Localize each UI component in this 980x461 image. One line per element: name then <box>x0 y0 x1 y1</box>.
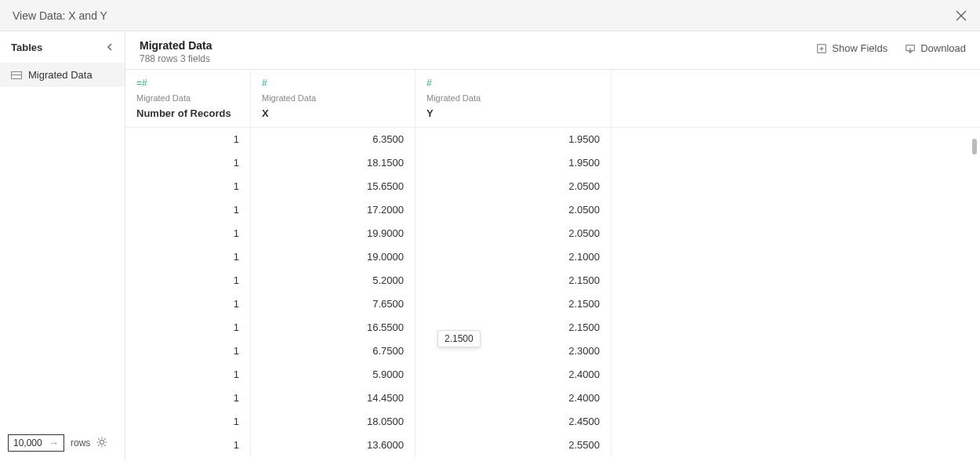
main-panel: Migrated Data 788 rows 3 fields Show Fie… <box>125 31 980 461</box>
table-cell[interactable]: 15.6500 <box>251 175 416 198</box>
table-cell-blank <box>612 339 980 363</box>
table-cell[interactable]: 2.1000 <box>416 245 612 269</box>
table-cell[interactable]: 2.0500 <box>416 222 612 245</box>
titlebar: View Data: X and Y <box>0 0 980 31</box>
table-cell[interactable]: 19.9000 <box>251 222 416 245</box>
table-cell[interactable]: 1 <box>125 434 251 457</box>
table-cell[interactable]: 16.5500 <box>251 316 416 339</box>
table-cell[interactable]: 14.4500 <box>251 387 416 410</box>
download-button[interactable]: Download <box>905 42 966 54</box>
table-cell-blank <box>612 316 980 339</box>
table-cell[interactable]: 1 <box>125 410 251 434</box>
table-icon <box>11 71 22 79</box>
close-icon <box>955 9 967 22</box>
number-type-icon: # <box>262 78 404 89</box>
sidebar-item-label: Migrated Data <box>28 69 93 81</box>
rows-value: 10,000 <box>13 437 42 448</box>
svg-line-10 <box>99 445 100 446</box>
show-fields-button[interactable]: Show Fields <box>816 42 887 54</box>
column-header[interactable]: #Migrated DataX <box>251 70 416 128</box>
data-source-title: Migrated Data <box>140 39 212 52</box>
table-cell-blank <box>612 269 980 292</box>
table-cell-blank <box>612 222 980 245</box>
table-cell[interactable]: 1 <box>125 245 251 269</box>
table-cell[interactable]: 1 <box>125 151 251 175</box>
rows-footer: 10,000 → rows <box>8 434 107 452</box>
table-cell[interactable]: 1 <box>125 175 251 198</box>
number-type-icon: # <box>426 78 600 89</box>
table-cell[interactable]: 7.6500 <box>251 292 416 316</box>
show-fields-icon <box>816 43 827 54</box>
table-cell[interactable]: 6.3500 <box>251 128 416 151</box>
table-cell[interactable]: 6.7500 <box>251 339 416 363</box>
table-cell[interactable]: 1 <box>125 269 251 292</box>
arrow-right-icon: → <box>49 437 59 448</box>
table-cell-blank <box>612 175 980 198</box>
column-source: Migrated Data <box>426 93 600 103</box>
table-cell-blank <box>612 128 980 151</box>
svg-line-8 <box>105 445 107 446</box>
collapse-button[interactable] <box>106 41 114 53</box>
table-cell[interactable]: 5.9000 <box>251 363 416 387</box>
table-cell[interactable]: 1.9500 <box>416 128 612 151</box>
table-cell[interactable]: 18.1500 <box>251 151 416 175</box>
table-cell[interactable]: 1 <box>125 363 251 387</box>
table-cell[interactable]: 2.4500 <box>416 410 612 434</box>
table-cell[interactable]: 18.0500 <box>251 410 416 434</box>
column-source: Migrated Data <box>262 93 404 103</box>
sidebar-header: Tables <box>0 31 125 63</box>
settings-button[interactable] <box>96 437 107 450</box>
column-header[interactable]: #Migrated DataY <box>416 70 612 128</box>
table-cell[interactable]: 2.1500 <box>416 269 612 292</box>
show-fields-label: Show Fields <box>832 42 887 54</box>
table-cell[interactable]: 2.1500 <box>416 316 612 339</box>
table-cell[interactable]: 1 <box>125 198 251 222</box>
table-cell[interactable]: 2.4000 <box>416 363 612 387</box>
table-cell-blank <box>612 434 980 457</box>
sidebar-item-migrated-data[interactable]: Migrated Data <box>0 63 125 87</box>
table-cell[interactable]: 1.9500 <box>416 151 612 175</box>
table-cell[interactable]: 1 <box>125 316 251 339</box>
sidebar: Tables Migrated Data 10,000 → rows <box>0 31 125 461</box>
table-cell[interactable]: 1 <box>125 222 251 245</box>
scrollbar[interactable] <box>972 139 977 154</box>
rows-label: rows <box>71 437 90 448</box>
gear-icon <box>96 437 107 448</box>
table-cell[interactable]: 2.0500 <box>416 198 612 222</box>
table-cell-blank <box>612 387 980 410</box>
table-cell-blank <box>612 363 980 387</box>
column-name: X <box>262 107 404 119</box>
data-source-subtitle: 788 rows 3 fields <box>140 53 212 64</box>
table-cell[interactable]: 5.2000 <box>251 269 416 292</box>
table-cell[interactable]: 1 <box>125 387 251 410</box>
table-cell[interactable]: 19.0000 <box>251 245 416 269</box>
close-button[interactable] <box>953 8 969 24</box>
main-header: Migrated Data 788 rows 3 fields Show Fie… <box>125 31 980 70</box>
column-source: Migrated Data <box>136 93 239 103</box>
data-table: =#Migrated DataNumber of Records#Migrate… <box>125 70 980 461</box>
table-cell[interactable]: 1 <box>125 339 251 363</box>
table-cell[interactable]: 1 <box>125 128 251 151</box>
table-cell[interactable]: 2.5500 <box>416 434 612 457</box>
table-cell[interactable]: 1 <box>125 292 251 316</box>
sidebar-title: Tables <box>11 42 42 53</box>
table-cell-blank <box>612 198 980 222</box>
svg-point-2 <box>100 440 104 444</box>
rows-input[interactable]: 10,000 → <box>8 434 64 452</box>
table-cell[interactable]: 2.4000 <box>416 387 612 410</box>
column-header[interactable]: =#Migrated DataNumber of Records <box>125 70 251 128</box>
chevron-left-icon <box>106 43 114 51</box>
column-name: Y <box>426 107 600 119</box>
table-cell-blank <box>612 410 980 434</box>
table-cell-blank <box>612 245 980 269</box>
svg-line-7 <box>99 438 100 440</box>
download-icon <box>905 43 916 54</box>
window-title: View Data: X and Y <box>13 9 107 22</box>
table-cell[interactable]: 2.0500 <box>416 175 612 198</box>
table-cell-blank <box>612 292 980 316</box>
table-cell[interactable]: 2.3000 <box>416 339 612 363</box>
table-cell[interactable]: 17.2000 <box>251 198 416 222</box>
table-cell[interactable]: 2.1500 <box>416 292 612 316</box>
table-cell-blank <box>612 151 980 175</box>
table-cell[interactable]: 13.6000 <box>251 434 416 457</box>
